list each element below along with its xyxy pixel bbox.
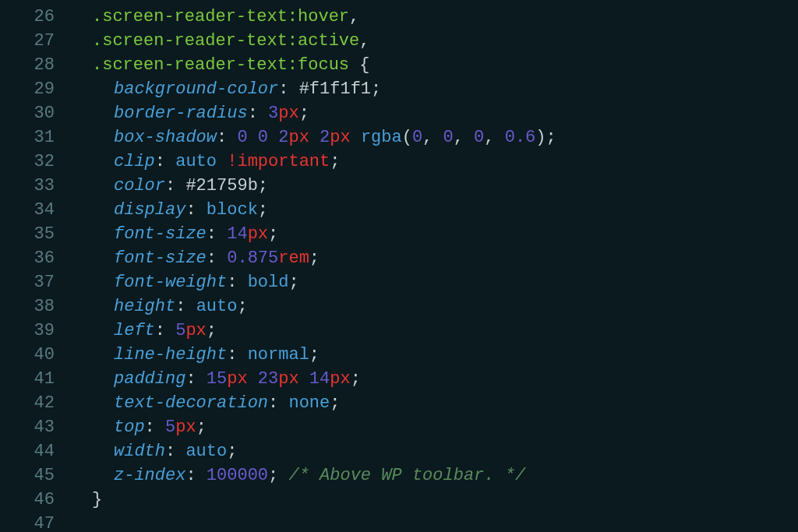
token-semi: ; [351, 369, 361, 389]
code-line[interactable]: font-size: 14px; [70, 222, 798, 246]
code-line[interactable]: box-shadow: 0 0 2px 2px rgba(0, 0, 0, 0.… [70, 125, 798, 150]
line-number: 30 [0, 101, 55, 125]
line-number: 36 [0, 246, 55, 270]
token-semi: ; [207, 321, 217, 340]
code-line[interactable]: border-radius: 3px; [70, 101, 798, 125]
token-value: auto [185, 442, 227, 461]
code-line[interactable]: .screen-reader-text:active, [70, 29, 798, 53]
token-paren: ( [402, 128, 412, 147]
code-line[interactable]: .screen-reader-text:focus { [70, 53, 798, 77]
token-property: clip [114, 152, 155, 171]
token-number: 3 [268, 104, 278, 123]
code-line[interactable]: } [70, 488, 798, 512]
token-number: 0 [474, 128, 484, 147]
code-line[interactable]: background-color: #f1f1f1; [70, 77, 798, 101]
code-line[interactable]: width: auto; [70, 439, 798, 463]
token-unit: px [227, 369, 247, 389]
code-line[interactable]: z-index: 100000; /* Above WP toolbar. */ [70, 463, 798, 488]
token-property: font-size [114, 248, 207, 268]
token-unit: px [278, 104, 298, 123]
token-colon: : [165, 176, 185, 196]
token-colon: : [227, 273, 247, 292]
line-number: 26 [0, 5, 55, 29]
token-colon: : [175, 297, 196, 316]
token-colon: : [278, 79, 298, 99]
token-value: none [288, 393, 330, 413]
token-number: 0.875 [227, 248, 278, 268]
code-line[interactable]: left: 5px; [70, 319, 798, 343]
token-hex: #f1f1f1 [299, 79, 371, 99]
token-func: rgba [361, 128, 402, 147]
token-important: !important [227, 152, 330, 171]
token-semi: ; [288, 273, 298, 292]
line-number: 45 [0, 463, 55, 488]
token-colon: : [165, 442, 185, 461]
token-hex [248, 128, 258, 147]
token-semi: ; [237, 297, 247, 316]
token-number: 5 [175, 321, 185, 340]
code-line[interactable]: .screen-reader-text:hover, [70, 5, 798, 29]
code-line[interactable]: color: #21759b; [70, 174, 798, 198]
token-pseudo: :hover [288, 7, 349, 26]
token-number: 14 [309, 369, 330, 389]
token-colon: : [185, 200, 206, 220]
code-editor[interactable]: 2627282930313233343536373839404142434445… [0, 0, 798, 532]
code-line[interactable]: line-height: normal; [70, 343, 798, 367]
token-paren: ) [535, 128, 546, 147]
token-colon: : [217, 128, 237, 147]
code-line[interactable]: padding: 15px 23px 14px; [70, 367, 798, 391]
code-line[interactable] [70, 512, 798, 532]
code-line[interactable]: clip: auto !important; [70, 150, 798, 174]
token-colon: : [185, 369, 206, 389]
token-property: line-height [114, 345, 227, 365]
token-value: block [207, 200, 258, 220]
token-number: 2 [320, 128, 330, 147]
token-property: height [114, 297, 175, 316]
token-property: box-shadow [114, 128, 217, 147]
token-brace: } [92, 490, 102, 509]
token-property: font-weight [114, 273, 227, 292]
line-number: 34 [0, 198, 55, 222]
token-comment: /* Above WP toolbar. */ [278, 466, 525, 485]
token-property: background-color [114, 79, 278, 99]
token-number: 0.6 [505, 128, 536, 147]
line-number: 35 [0, 222, 55, 246]
code-content[interactable]: .screen-reader-text:hover,.screen-reader… [70, 5, 798, 532]
token-value: normal [248, 345, 309, 365]
token-selector: .screen-reader-text [92, 55, 288, 75]
token-number: 14 [227, 224, 247, 244]
line-number: 43 [0, 415, 55, 439]
token-semi: ; [258, 200, 268, 220]
line-number: 42 [0, 391, 55, 415]
token-hex [268, 128, 278, 147]
code-line[interactable]: top: 5px; [70, 415, 798, 439]
line-number: 38 [0, 294, 55, 319]
token-semi: ; [330, 152, 340, 171]
token-number: 15 [207, 369, 227, 389]
code-line[interactable]: height: auto; [70, 294, 798, 319]
token-unit: px [330, 369, 350, 389]
token-property: color [114, 176, 165, 196]
line-number: 37 [0, 270, 55, 294]
line-number: 39 [0, 319, 55, 343]
token-semi: ; [196, 417, 207, 437]
line-number: 28 [0, 53, 55, 77]
token-unit: px [175, 417, 196, 437]
token-hex [299, 369, 309, 389]
token-colon: : [268, 393, 288, 413]
token-semi: ; [309, 248, 320, 268]
token-unit: px [248, 224, 268, 244]
token-colon: : [227, 345, 247, 365]
code-line[interactable]: display: block; [70, 198, 798, 222]
token-property: font-size [114, 224, 207, 244]
token-number: 23 [258, 369, 278, 389]
token-number: 0 [412, 128, 422, 147]
code-line[interactable]: font-weight: bold; [70, 270, 798, 294]
code-line[interactable]: text-decoration: none; [70, 391, 798, 415]
token-colon: : [248, 104, 268, 123]
token-property: left [114, 321, 155, 340]
code-line[interactable]: font-size: 0.875rem; [70, 246, 798, 270]
token-colon: : [185, 466, 206, 485]
token-property: padding [114, 369, 185, 389]
line-number: 47 [0, 512, 55, 532]
